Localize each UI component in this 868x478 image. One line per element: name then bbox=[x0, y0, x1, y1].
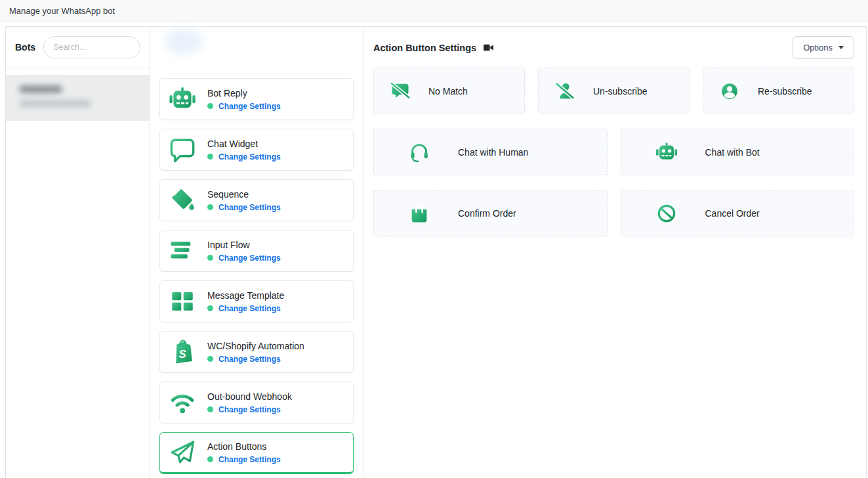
chat-bubble-icon bbox=[169, 136, 196, 163]
video-tutorial-icon[interactable] bbox=[483, 43, 494, 53]
status-dot bbox=[207, 456, 213, 462]
action-label: Chat with Bot bbox=[705, 147, 760, 158]
bot-phone-redacted bbox=[19, 100, 91, 107]
bars-icon bbox=[169, 237, 196, 265]
shopping-bag-icon bbox=[408, 202, 430, 225]
module-card-message-template[interactable]: Message Template Change Settings bbox=[159, 280, 354, 322]
change-settings-link[interactable]: Change Settings bbox=[218, 102, 281, 111]
action-row-2: Chat with Human Chat with Bot bbox=[373, 129, 854, 175]
wifi-icon bbox=[169, 389, 196, 416]
change-settings-link[interactable]: Change Settings bbox=[218, 304, 281, 313]
bots-heading: Bots bbox=[15, 42, 35, 53]
action-label: Cancel Order bbox=[705, 208, 760, 219]
action-label: Re-subscribe bbox=[758, 86, 812, 97]
module-card-list: Bot Reply Change Settings Chat Widget Ch… bbox=[150, 27, 363, 474]
comment-slash-icon bbox=[390, 81, 410, 101]
action-label: Chat with Human bbox=[458, 147, 528, 158]
module-title: WC/Shopify Automation bbox=[207, 341, 304, 351]
status-dot bbox=[207, 305, 213, 311]
module-title: Input Flow bbox=[207, 240, 281, 250]
ban-icon bbox=[655, 202, 678, 225]
change-settings-link[interactable]: Change Settings bbox=[218, 253, 281, 263]
status-dot bbox=[207, 103, 213, 109]
action-card-resubscribe[interactable]: Re-subscribe bbox=[703, 68, 854, 114]
action-row-1: No Match Un-subscribe Re-subscribe bbox=[373, 68, 854, 114]
robot-icon bbox=[169, 85, 196, 113]
module-card-input-flow[interactable]: Input Flow Change Settings bbox=[159, 230, 354, 272]
bots-sidebar: Bots bbox=[6, 27, 150, 478]
module-title: Bot Reply bbox=[207, 88, 281, 98]
module-title: Out-bound Webhook bbox=[207, 391, 292, 402]
fill-drip-icon bbox=[169, 186, 196, 214]
panel-title: Action Button Settings bbox=[373, 43, 476, 53]
module-card-outbound-webhook[interactable]: Out-bound Webhook Change Settings bbox=[159, 381, 354, 424]
status-dot bbox=[207, 154, 213, 160]
main-panel: Bots Bot Reply Change Settings bbox=[5, 26, 867, 478]
svg-text:S: S bbox=[178, 348, 186, 360]
action-row-3: Confirm Order Cancel Order bbox=[373, 190, 854, 236]
action-label: No Match bbox=[428, 86, 468, 97]
status-dot bbox=[207, 406, 213, 412]
options-button[interactable]: Options bbox=[793, 36, 854, 59]
module-card-sequence[interactable]: Sequence Change Settings bbox=[159, 179, 354, 221]
paper-plane-icon bbox=[169, 439, 196, 466]
module-title: Chat Widget bbox=[207, 139, 281, 149]
module-title: Sequence bbox=[207, 189, 281, 200]
shopify-icon: S bbox=[169, 338, 196, 366]
options-label: Options bbox=[803, 43, 833, 53]
module-card-chat-widget[interactable]: Chat Widget Change Settings bbox=[159, 129, 354, 171]
chevron-down-icon bbox=[838, 46, 844, 49]
bot-name-redacted bbox=[19, 85, 62, 93]
action-card-no-match[interactable]: No Match bbox=[373, 68, 525, 114]
action-label: Confirm Order bbox=[458, 208, 516, 219]
action-card-confirm-order[interactable]: Confirm Order bbox=[373, 190, 608, 236]
module-card-bot-reply[interactable]: Bot Reply Change Settings bbox=[159, 78, 354, 120]
change-settings-link[interactable]: Change Settings bbox=[218, 203, 281, 212]
module-card-action-buttons[interactable]: Action Buttons Change Settings bbox=[159, 432, 354, 474]
status-dot bbox=[207, 204, 213, 210]
user-slash-icon bbox=[555, 81, 575, 101]
action-card-chat-with-bot[interactable]: Chat with Bot bbox=[621, 129, 855, 175]
change-settings-link[interactable]: Change Settings bbox=[218, 355, 281, 364]
user-circle-icon bbox=[720, 81, 739, 101]
change-settings-link[interactable]: Change Settings bbox=[218, 455, 281, 464]
action-button-settings-panel: Action Button Settings Options No Match … bbox=[363, 27, 866, 478]
module-card-wc-shopify[interactable]: S WC/Shopify Automation Change Settings bbox=[159, 331, 354, 373]
change-settings-link[interactable]: Change Settings bbox=[218, 152, 281, 162]
module-title: Action Buttons bbox=[207, 441, 281, 452]
top-bar: Manage your WhatsApp bot bbox=[0, 0, 868, 22]
change-settings-link[interactable]: Change Settings bbox=[218, 405, 281, 414]
bot-list-item-selected[interactable] bbox=[6, 75, 150, 121]
action-card-unsubscribe[interactable]: Un-subscribe bbox=[538, 68, 690, 114]
action-card-cancel-order[interactable]: Cancel Order bbox=[621, 190, 855, 236]
robot-icon bbox=[655, 141, 678, 163]
action-card-chat-with-human[interactable]: Chat with Human bbox=[373, 129, 608, 175]
headset-icon bbox=[408, 141, 430, 163]
search-input[interactable] bbox=[43, 36, 140, 58]
action-label: Un-subscribe bbox=[593, 86, 647, 97]
panel-header: Action Button Settings Options bbox=[373, 36, 854, 59]
bot-modules-column: Bot Reply Change Settings Chat Widget Ch… bbox=[150, 27, 363, 478]
sidebar-header: Bots bbox=[6, 27, 150, 68]
module-title: Message Template bbox=[207, 290, 284, 301]
grid-icon bbox=[169, 288, 196, 315]
status-dot bbox=[207, 255, 213, 261]
page-title: Manage your WhatsApp bot bbox=[9, 6, 115, 16]
status-dot bbox=[207, 356, 213, 362]
